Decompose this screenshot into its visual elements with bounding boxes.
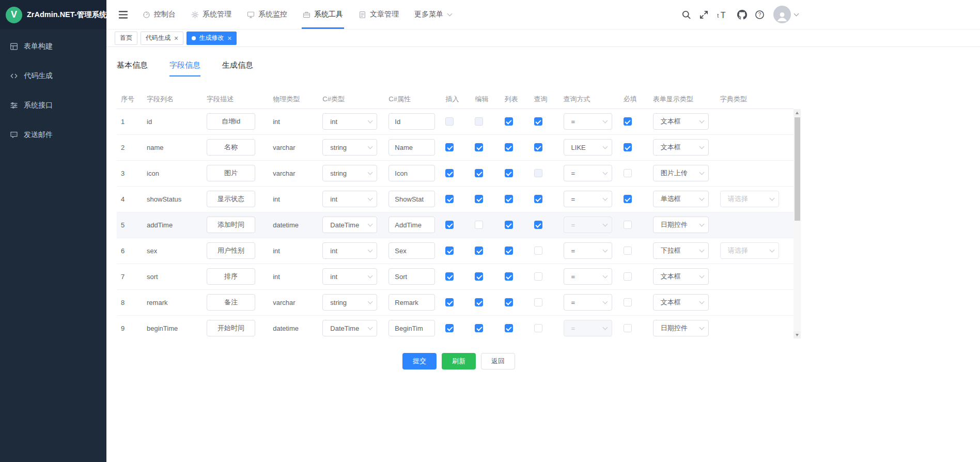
query-type-select[interactable]: = [564, 242, 612, 259]
display-type-select[interactable]: 文本框 [653, 268, 709, 285]
sidebar-item-code-gen[interactable]: 代码生成 [0, 61, 106, 90]
query-type-select[interactable]: = [564, 113, 612, 130]
list-checkbox[interactable] [505, 298, 513, 306]
insert-checkbox[interactable] [445, 169, 454, 177]
cs-type-select[interactable]: int [322, 268, 377, 285]
field-desc-input[interactable] [207, 191, 255, 207]
query-type-select[interactable]: = [564, 294, 612, 311]
edit-checkbox[interactable] [475, 221, 483, 229]
query-checkbox[interactable] [534, 143, 542, 151]
required-checkbox[interactable] [624, 143, 632, 151]
scroll-down-button[interactable] [794, 331, 801, 338]
tag-home[interactable]: 首页 [115, 32, 137, 45]
list-checkbox[interactable] [505, 221, 513, 229]
scrollbar-thumb[interactable] [795, 117, 800, 221]
field-desc-input[interactable] [207, 139, 255, 156]
dict-type-select[interactable]: 请选择 [720, 242, 779, 259]
query-type-select[interactable]: = [564, 268, 612, 285]
cs-property-input[interactable] [388, 268, 435, 285]
required-checkbox[interactable] [624, 247, 632, 255]
scroll-up-button[interactable] [794, 109, 801, 116]
cs-type-select[interactable]: DateTime [322, 217, 377, 233]
query-checkbox[interactable] [534, 247, 542, 255]
list-checkbox[interactable] [505, 324, 513, 332]
user-menu[interactable] [773, 6, 798, 23]
topnav-item-article-manage[interactable]: 文章管理 [351, 0, 407, 29]
display-type-select[interactable]: 下拉框 [653, 242, 709, 259]
display-type-select[interactable]: 文本框 [653, 139, 709, 156]
cs-property-input[interactable] [388, 320, 435, 336]
back-button[interactable]: 返回 [481, 353, 515, 369]
cs-type-select[interactable]: int [322, 113, 377, 130]
collapse-menu-icon[interactable] [118, 9, 129, 20]
edit-checkbox[interactable] [475, 247, 483, 255]
edit-checkbox[interactable] [475, 298, 483, 306]
cs-property-input[interactable] [388, 113, 435, 130]
cs-type-select[interactable]: string [322, 165, 377, 181]
close-icon[interactable]: × [227, 35, 231, 42]
display-type-select[interactable]: 图片上传 [653, 165, 709, 181]
list-checkbox[interactable] [505, 117, 513, 126]
display-type-select[interactable]: 日期控件 [653, 320, 709, 336]
field-desc-input[interactable] [207, 165, 255, 181]
field-desc-input[interactable] [207, 242, 255, 259]
table-scrollbar[interactable] [794, 109, 801, 338]
cs-type-select[interactable]: int [322, 191, 377, 207]
query-checkbox[interactable] [534, 221, 542, 229]
refresh-button[interactable]: 刷新 [442, 353, 476, 369]
required-checkbox[interactable] [624, 195, 632, 203]
cs-property-input[interactable] [388, 165, 435, 181]
cs-type-select[interactable]: string [322, 294, 377, 311]
display-type-select[interactable]: 日期控件 [653, 217, 709, 233]
query-type-select[interactable]: LIKE [564, 139, 612, 156]
edit-checkbox[interactable] [475, 324, 483, 332]
cs-property-input[interactable] [388, 217, 435, 233]
required-checkbox[interactable] [624, 117, 632, 126]
close-icon[interactable]: × [174, 35, 178, 42]
insert-checkbox[interactable] [445, 298, 454, 306]
app-logo[interactable]: V ZrAdmin.NET-管理系统 [0, 0, 106, 29]
sidebar-item-send-mail[interactable]: 发送邮件 [0, 120, 106, 149]
github-icon[interactable] [737, 10, 747, 20]
required-checkbox[interactable] [624, 272, 632, 281]
submit-button[interactable]: 提交 [402, 353, 437, 369]
insert-checkbox[interactable] [445, 221, 454, 229]
required-checkbox[interactable] [624, 169, 632, 177]
required-checkbox[interactable] [624, 221, 632, 229]
cs-type-select[interactable]: string [322, 139, 377, 156]
insert-checkbox[interactable] [445, 143, 454, 151]
topnav-item-more-menus[interactable]: 更多菜单 [407, 0, 459, 29]
field-desc-input[interactable] [207, 320, 255, 336]
tab-field-info[interactable]: 字段信息 [169, 60, 200, 76]
topnav-item-system-monitor[interactable]: 系统监控 [239, 0, 295, 29]
topnav-item-system-manage[interactable]: 系统管理 [183, 0, 239, 29]
display-type-select[interactable]: 单选框 [653, 191, 709, 207]
query-checkbox[interactable] [534, 324, 542, 332]
edit-checkbox[interactable] [475, 272, 483, 281]
cs-property-input[interactable] [388, 294, 435, 311]
required-checkbox[interactable] [624, 298, 632, 306]
topnav-item-console[interactable]: 控制台 [135, 0, 183, 29]
cs-property-input[interactable] [388, 242, 435, 259]
edit-checkbox[interactable] [475, 143, 483, 151]
cs-property-input[interactable] [388, 139, 435, 156]
insert-checkbox[interactable] [445, 272, 454, 281]
field-desc-input[interactable] [207, 113, 255, 130]
tag-gen-edit[interactable]: 生成修改× [186, 32, 237, 45]
tab-gen-info[interactable]: 生成信息 [222, 60, 253, 76]
dict-type-select[interactable]: 请选择 [720, 191, 779, 207]
display-type-select[interactable]: 文本框 [653, 294, 709, 311]
edit-checkbox[interactable] [475, 169, 483, 177]
list-checkbox[interactable] [505, 247, 513, 255]
list-checkbox[interactable] [505, 169, 513, 177]
insert-checkbox[interactable] [445, 247, 454, 255]
cs-type-select[interactable]: int [322, 242, 377, 259]
topnav-item-system-tools[interactable]: 系统工具 [295, 0, 351, 29]
list-checkbox[interactable] [505, 195, 513, 203]
field-desc-input[interactable] [207, 268, 255, 285]
sidebar-item-system-api[interactable]: 系统接口 [0, 90, 106, 120]
scrollbar-track[interactable] [794, 116, 801, 331]
required-checkbox[interactable] [624, 324, 632, 332]
query-checkbox[interactable] [534, 195, 542, 203]
list-checkbox[interactable] [505, 272, 513, 281]
